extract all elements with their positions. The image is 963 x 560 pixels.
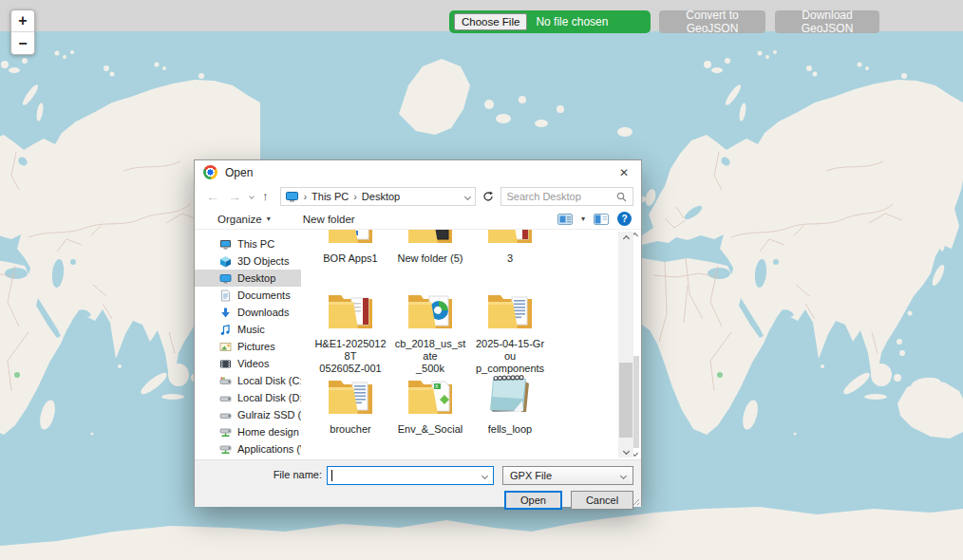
file-name-label: File name: [252,469,322,480]
sidebar-item-label: Local Disk (D:) [237,392,301,403]
resize-grip-icon[interactable] [631,496,640,506]
network-drive-icon [219,426,232,439]
sidebar-item-label: Gulraiz SSD (F:) [237,409,301,420]
file-name-input[interactable] [327,466,494,485]
file-name-label: fells_loop [474,421,546,448]
videos-icon [219,358,232,370]
view-mode-caret-icon: ▾ [581,215,585,223]
help-icon[interactable]: ? [617,212,632,226]
dialog-title: Open [225,166,253,179]
zoom-out-button[interactable]: − [11,32,34,54]
sidebar-item[interactable]: This PC [195,235,301,252]
sidebar-item-label: Local Disk (C:) [237,375,301,386]
view-mode-button[interactable]: ▾ [557,214,585,225]
file-item[interactable]: X Env_&_Social [394,368,466,448]
crumb-separator: › [353,191,357,202]
breadcrumb[interactable]: › This PC › Desktop [280,187,475,206]
sidebar-item-label: Applications (\\D [237,443,301,455]
scrollbar-thumb[interactable] [619,363,633,438]
sidebar-item[interactable]: Local Disk (C:) [195,372,301,389]
organize-menu[interactable]: Organize [217,214,262,225]
convert-to-geojson-button[interactable]: Convert to GeoJSON [659,10,765,33]
dialog-titlebar[interactable]: Open ✕ [195,160,641,184]
sidebar-item[interactable]: Local Disk (D:) [195,389,301,406]
sidebar-item[interactable]: Home design (\\ [195,423,301,440]
folder-icon [324,283,377,336]
zoom-in-button[interactable]: + [11,10,34,32]
file-name-dropdown-icon[interactable] [482,472,488,478]
file-list: BOR Apps1 [312,230,626,459]
preview-pane-icon[interactable] [594,214,609,225]
refresh-icon[interactable] [482,191,494,202]
download-geojson-button[interactable]: Download GeoJSON [775,10,879,33]
sidebar-item-label: Downloads [237,307,289,318]
this-pc-icon [286,192,298,202]
breadcrumb-desktop[interactable]: Desktop [362,191,400,202]
file-name-label: broucher [314,421,387,448]
file-item[interactable]: 3 [474,230,546,277]
network-drive-icon [219,443,232,456]
folder-icon [324,230,377,251]
sidebar-item-label: Documents [237,289,291,301]
scroll-up-icon[interactable] [618,232,633,245]
search-icon [616,192,627,202]
scrollbar-thumb[interactable] [633,356,639,448]
file-item[interactable]: New folder (5) [394,230,466,277]
sidebar-item[interactable]: 3D Objects [195,252,301,270]
desktop-icon [219,272,232,285]
sidebar-item[interactable]: Gulraiz SSD (F:) [195,406,301,423]
chrome-icon [203,165,217,179]
up-icon[interactable]: ↑ [262,190,269,203]
notepad-icon [483,368,537,421]
sidebar-item[interactable]: Desktop [195,270,301,287]
file-name-label: 3 [474,251,546,277]
map-zoom-control: + − [10,9,35,55]
close-icon[interactable]: ✕ [607,160,641,184]
sidebar-item[interactable]: Documents [195,287,301,304]
file-list-scrollbar[interactable] [618,232,633,457]
folder-icon [483,230,537,251]
open-button[interactable]: Open [504,491,562,510]
file-item[interactable]: cb_2018_us_state _500k [394,283,466,363]
sidebar-item-label: 3D Objects [237,255,289,267]
choose-file-button[interactable]: Choose File [454,13,527,30]
file-name-label: H&E1-20250128T 052605Z-001 [314,336,387,363]
breadcrumb-this-pc[interactable]: This PC [312,191,349,202]
file-item[interactable]: BOR Apps1 [314,230,387,277]
forward-icon[interactable]: → [228,190,241,203]
drive-icon [219,409,232,421]
file-name-label: Env_&_Social [394,421,466,448]
search-input[interactable]: Search Desktop [500,187,633,206]
new-folder-button[interactable]: New folder [303,214,355,225]
recent-locations-icon[interactable] [249,194,255,199]
address-dropdown-icon[interactable] [463,193,470,199]
sidebar-item[interactable]: Music [195,321,301,338]
sidebar-item[interactable]: Videos [195,355,301,372]
pictures-icon [219,341,232,353]
file-item[interactable]: broucher [314,368,387,448]
folder-icon [483,283,537,336]
file-item[interactable]: H&E1-20250128T 052605Z-001 [314,283,387,363]
crumb-separator: › [303,191,307,202]
sidebar-item[interactable]: Pictures [195,338,301,355]
sidebar-item[interactable]: Applications (\\D [195,440,301,457]
back-icon[interactable]: ← [206,190,219,203]
scroll-down-icon[interactable] [618,444,633,457]
file-type-value: GPX File [510,470,552,481]
sidebar-item-label: Pictures [237,341,275,352]
file-type-dropdown-icon [620,472,627,478]
file-name-label: 2025-04-15-Grou p_components [474,336,546,363]
music-icon [219,324,232,336]
sidebar-item-label: Desktop [237,272,275,284]
folder-icon [404,283,457,336]
file-item[interactable]: 2025-04-15-Grou p_components [474,283,546,363]
file-type-select[interactable]: GPX File [502,466,633,485]
dialog-toolbar: Organize ▾ New folder ▾ [195,209,641,230]
search-placeholder: Search Desktop [507,191,616,202]
cancel-button[interactable]: Cancel [571,491,633,510]
file-item[interactable]: fells_loop [474,368,546,448]
navigation-pane: This PC [195,230,301,459]
file-upload-control[interactable]: Choose File No file chosen [449,10,651,33]
sidebar-item[interactable]: Downloads [195,304,301,321]
sidebar-item-label: This PC [237,238,274,250]
